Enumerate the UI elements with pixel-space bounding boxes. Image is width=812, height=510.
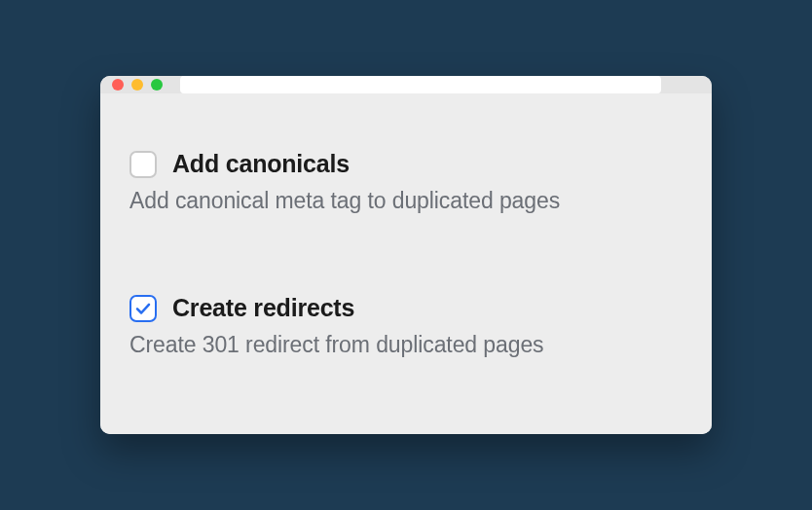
option-description: Add canonical meta tag to duplicated pag… [129,188,683,214]
close-icon[interactable] [112,79,124,91]
option-redirects: Create redirects Create 301 redirect fro… [129,294,683,358]
maximize-icon[interactable] [151,79,163,91]
option-head: Create redirects [129,294,683,322]
titlebar [100,76,712,93]
option-head: Add canonicals [129,150,683,178]
option-title: Create redirects [172,294,354,322]
checkbox-redirects[interactable] [129,295,157,322]
content-area: Add canonicals Add canonical meta tag to… [100,93,712,434]
option-canonicals: Add canonicals Add canonical meta tag to… [129,150,683,214]
checkmark-icon [134,300,152,317]
option-title: Add canonicals [172,150,350,178]
app-window: Add canonicals Add canonical meta tag to… [100,76,712,434]
window-controls [112,79,163,91]
checkbox-canonicals[interactable] [129,151,157,178]
option-description: Create 301 redirect from duplicated page… [129,332,683,358]
minimize-icon[interactable] [131,79,143,91]
address-bar[interactable] [180,76,661,93]
